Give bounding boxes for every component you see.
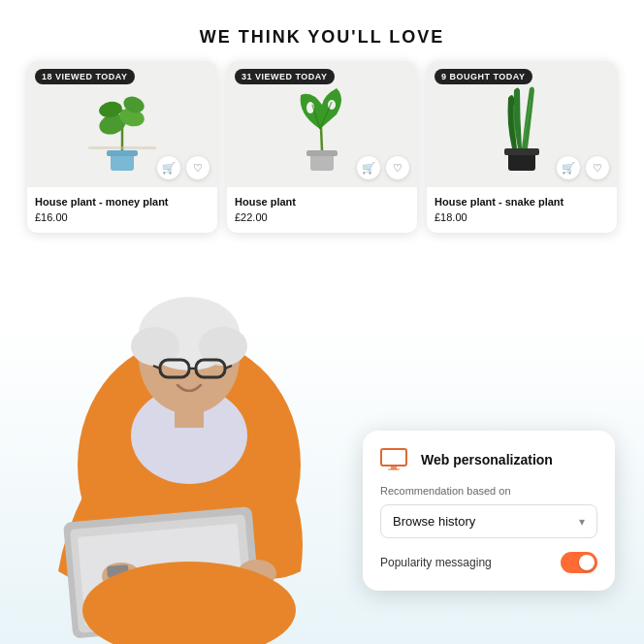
person-svg	[10, 242, 369, 644]
product-name-1: House plant - money plant	[35, 195, 209, 209]
toggle-knob	[579, 555, 595, 570]
badge-3: 9 BOUGHT TODAY	[435, 69, 532, 84]
panel-title: Web personalization	[421, 452, 553, 467]
plant-image-3	[483, 71, 561, 177]
badge-1: 18 VIEWED TODAY	[35, 69, 135, 84]
wishlist-icon-3[interactable]: ♡	[586, 156, 609, 179]
product-name-3: House plant - snake plant	[435, 195, 609, 209]
toggle-row: Popularity messaging	[380, 552, 597, 573]
personalization-panel: Web personalization Recommendation based…	[363, 431, 615, 591]
chevron-down-icon: ▾	[579, 515, 585, 529]
svg-rect-23	[175, 406, 204, 428]
wishlist-icon-1[interactable]: ♡	[186, 156, 209, 179]
card-info-2: House plant £22.00	[227, 187, 417, 233]
dropdown-value: Browse history	[393, 514, 475, 529]
svg-rect-1	[107, 150, 138, 156]
main-scene: WE THINK YOU'LL LOVE 18 VIEWED TODAY	[0, 0, 644, 644]
recommendation-label: Recommendation based on	[380, 485, 597, 497]
svg-rect-38	[388, 468, 400, 470]
panel-header: Web personalization	[380, 448, 597, 471]
product-card-1: 18 VIEWED TODAY 🛒	[27, 61, 217, 233]
product-price-2: £22.00	[235, 211, 409, 223]
cart-icon-3[interactable]: 🛒	[557, 156, 580, 179]
product-price-1: £16.00	[35, 211, 209, 223]
product-card-2: 31 VIEWED TODAY 🛒 ♡	[227, 61, 417, 233]
card-image-3: 9 BOUGHT TODAY 🛒 ♡	[427, 61, 617, 187]
monitor-icon	[380, 448, 411, 471]
card-icons-1: 🛒 ♡	[157, 156, 209, 179]
product-price-3: £18.00	[435, 211, 609, 223]
card-icons-2: 🛒 ♡	[357, 156, 409, 179]
card-info-3: House plant - snake plant £18.00	[427, 187, 617, 233]
products-row: 18 VIEWED TODAY 🛒	[0, 48, 644, 233]
person-figure	[10, 242, 369, 644]
card-icons-3: 🛒 ♡	[557, 156, 609, 179]
card-info-1: House plant - money plant £16.00	[27, 187, 217, 233]
cart-icon-1[interactable]: 🛒	[157, 156, 180, 179]
plant-image-1	[83, 71, 161, 177]
cart-icon-2[interactable]: 🛒	[357, 156, 380, 179]
svg-rect-16	[504, 148, 539, 155]
svg-rect-7	[88, 146, 156, 149]
plant-image-2	[283, 71, 361, 177]
popularity-toggle[interactable]	[561, 552, 597, 573]
svg-rect-9	[306, 150, 338, 156]
badge-2: 31 VIEWED TODAY	[235, 69, 335, 84]
dropdown-browse-history[interactable]: Browse history ▾	[380, 504, 597, 538]
card-image-1: 18 VIEWED TODAY 🛒	[27, 61, 217, 187]
card-image-2: 31 VIEWED TODAY 🛒 ♡	[227, 61, 417, 187]
product-card-3: 9 BOUGHT TODAY 🛒 ♡	[427, 61, 617, 233]
svg-rect-36	[381, 449, 406, 466]
toggle-label: Popularity messaging	[380, 556, 492, 569]
product-name-2: House plant	[235, 195, 409, 209]
section-title: WE THINK YOU'LL LOVE	[0, 0, 644, 48]
wishlist-icon-2[interactable]: ♡	[386, 156, 409, 179]
